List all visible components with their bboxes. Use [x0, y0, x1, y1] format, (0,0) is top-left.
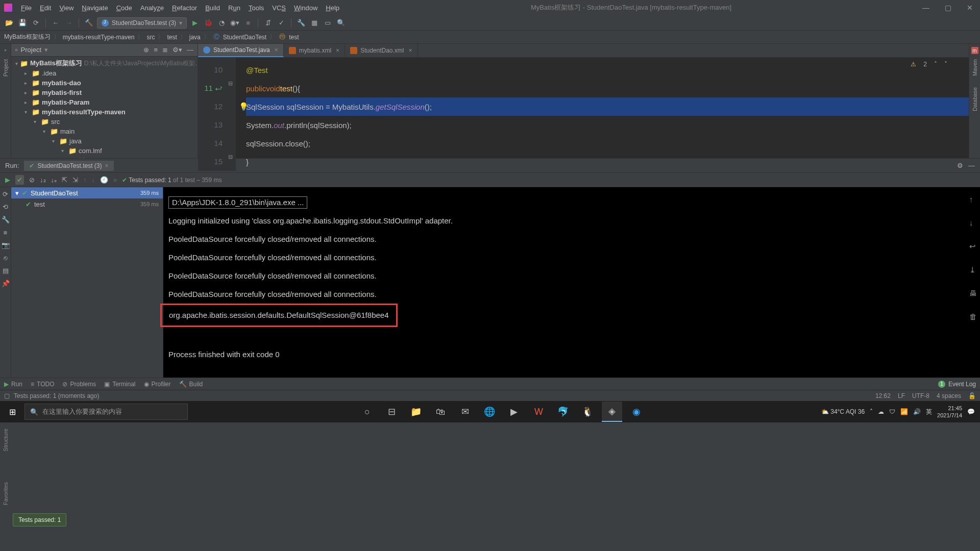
crumb-0[interactable]: MyBatis框架练习 [4, 33, 51, 41]
notifications-icon[interactable]: 💬 [967, 408, 975, 415]
sync-icon[interactable]: ⟳ [31, 18, 41, 28]
toggle-auto-icon[interactable]: 🔧 [2, 216, 10, 223]
line-separator[interactable]: LF [898, 392, 905, 399]
tree-item[interactable]: ▸📁mybatis-dao [11, 78, 198, 88]
tree-item[interactable]: ▾📁java [11, 136, 198, 146]
layout-icon[interactable]: ▤ [3, 267, 9, 274]
crumb-5[interactable]: StudentDaoTest [223, 34, 266, 41]
code-editor[interactable]: 10 11 ⮐ 12 13 14 15 ⊟ ⊟ @Test public voi… [198, 58, 969, 171]
menu-edit[interactable]: Edit [36, 2, 55, 14]
volume-icon[interactable]: 🔊 [913, 408, 921, 415]
rerun-button[interactable]: ▶ [5, 176, 10, 184]
menu-run[interactable]: Run [225, 2, 244, 14]
mail-icon[interactable]: ✉ [455, 402, 475, 422]
maven-tool-label[interactable]: Maven [972, 59, 978, 76]
settings-gear-icon[interactable]: ⚙▾ [173, 46, 182, 54]
maven-tool-icon[interactable]: m [971, 47, 978, 54]
pin-icon[interactable]: 📌 [2, 280, 10, 287]
scroll-down-icon[interactable]: ↓ [969, 214, 977, 232]
tab-todo[interactable]: ≡TODO [31, 381, 54, 388]
soft-wrap-icon[interactable]: ↩ [969, 237, 977, 256]
expand-icon[interactable]: ≡ [154, 46, 158, 54]
tree-item[interactable]: ▾📁com.lmf [11, 146, 198, 156]
structure-icon[interactable]: ▦ [309, 18, 320, 28]
menu-build[interactable]: Build [202, 2, 224, 14]
tree-item[interactable]: ▾📁src [11, 117, 198, 127]
project-title[interactable]: Project [21, 46, 41, 54]
settings-icon[interactable]: 🔧 [296, 18, 306, 28]
tree-item[interactable]: ▾📁MyBatis框架练习 D:\私人文件夹\JavaProjects\MyBa… [11, 59, 198, 68]
prev-test-icon[interactable]: ↑ [83, 176, 87, 184]
wifi-icon[interactable]: 📶 [900, 408, 908, 415]
test-history-icon[interactable]: 🕘 [100, 176, 108, 184]
tab-problems[interactable]: ⊘Problems [62, 381, 96, 388]
maximize-button[interactable]: ▢ [942, 4, 954, 12]
crumb-6[interactable]: test [289, 34, 299, 41]
vcs-update-icon[interactable]: ⇵ [263, 18, 273, 28]
test-tree[interactable]: ▾✔StudentDaoTest 359 ms ✔test 359 ms [11, 187, 163, 378]
qq-icon[interactable]: 🐧 [577, 402, 598, 422]
tree-item[interactable]: ▸📁dao [11, 156, 198, 158]
taskbar-clock[interactable]: 21:452021/7/14 [937, 405, 962, 419]
tab-mybatis-xml[interactable]: mybatis.xml × [284, 44, 345, 57]
tree-item[interactable]: ▾📁mybatis-resultType-maven [11, 107, 198, 117]
caret-position[interactable]: 12:62 [875, 392, 891, 399]
indent[interactable]: 4 spaces [937, 392, 961, 399]
clear-icon[interactable]: 🗑 [969, 308, 977, 326]
event-log-button[interactable]: Event Log [948, 381, 976, 388]
onedrive-icon[interactable]: ☁ [878, 408, 884, 415]
menu-tools[interactable]: Tools [245, 2, 267, 14]
tray-chevron-icon[interactable]: ˄ [870, 408, 873, 415]
tool-windows-icon[interactable]: ▢ [4, 392, 10, 399]
favorites-tool-label[interactable]: Favorites [3, 482, 9, 505]
print-icon[interactable]: 🖶 [969, 284, 977, 303]
menu-code[interactable]: Code [113, 2, 136, 14]
taskbar-search[interactable]: 🔍 在这里输入你要搜索的内容 [24, 404, 188, 420]
encoding[interactable]: UTF-8 [912, 392, 929, 399]
run-button[interactable]: ▶ [190, 18, 200, 28]
structure-tool-label[interactable]: Structure [3, 429, 9, 452]
crumb-2[interactable]: src [146, 34, 155, 41]
menu-refactor[interactable]: Refactor [168, 2, 201, 14]
security-icon[interactable]: 🛡 [889, 408, 895, 415]
start-button[interactable]: ⊞ [0, 401, 24, 422]
avatar-icon[interactable]: ▭ [323, 18, 333, 28]
close-button[interactable]: ✕ [964, 4, 976, 12]
stop-icon[interactable]: ■ [4, 229, 8, 236]
run-tab[interactable]: ✔ StudentDaoTest.test (3) × [24, 161, 113, 171]
weather-widget[interactable]: ⛅ 34°C AQI 36 [821, 408, 865, 415]
expand-arrow-icon[interactable]: ▾ [15, 189, 19, 197]
run-config-selector[interactable]: StudentDaoTest.test (3) ▾ [97, 17, 187, 29]
tree-item[interactable]: ▾📁main [11, 127, 198, 136]
sort-icon[interactable]: ↓₂ [40, 176, 46, 184]
dolphin-icon[interactable]: 🐬 [553, 402, 573, 422]
menu-navigate[interactable]: Navigate [78, 2, 111, 14]
save-icon[interactable]: 💾 [17, 18, 28, 28]
test-node-method[interactable]: ✔test 359 ms [11, 198, 163, 210]
tree-item[interactable]: ▸📁mybatis-Param [11, 97, 198, 107]
close-tab-icon[interactable]: × [409, 47, 412, 54]
rerun-icon[interactable]: ⟳ [3, 190, 8, 198]
dump-icon[interactable]: 📷 [2, 241, 10, 249]
tab-run[interactable]: ▶Run [4, 381, 22, 388]
menu-window[interactable]: Window [290, 2, 321, 14]
vcs-commit-icon[interactable]: ✓ [276, 18, 286, 28]
tab-terminal[interactable]: ▣Terminal [104, 381, 135, 388]
menu-view[interactable]: View [56, 2, 77, 14]
expand-all-icon[interactable]: ⇱ [62, 176, 67, 184]
tree-item[interactable]: ▸📁.idea [11, 68, 198, 78]
project-tool-label[interactable]: Project [3, 59, 9, 77]
store-icon[interactable]: 🛍 [430, 402, 451, 422]
rerun-failed-icon[interactable]: ⟲ [3, 203, 8, 211]
code-content[interactable]: @Test public void test(){ 💡 SqlSession s… [236, 58, 969, 171]
exit-icon[interactable]: ⎋ [4, 254, 8, 262]
collapse-all-icon[interactable]: ⇲ [72, 176, 78, 184]
menu-vcs[interactable]: VCS [268, 2, 289, 14]
crumb-4[interactable]: java [189, 34, 201, 41]
profile-button[interactable]: ◉▾ [230, 18, 240, 28]
menu-help[interactable]: Help [322, 2, 343, 14]
task-view-icon[interactable]: ⊟ [381, 402, 402, 422]
prev-problem-icon[interactable]: ˄ [934, 61, 937, 68]
close-tab-icon[interactable]: × [275, 46, 278, 54]
tab-profiler[interactable]: ◉Profiler [144, 381, 171, 388]
